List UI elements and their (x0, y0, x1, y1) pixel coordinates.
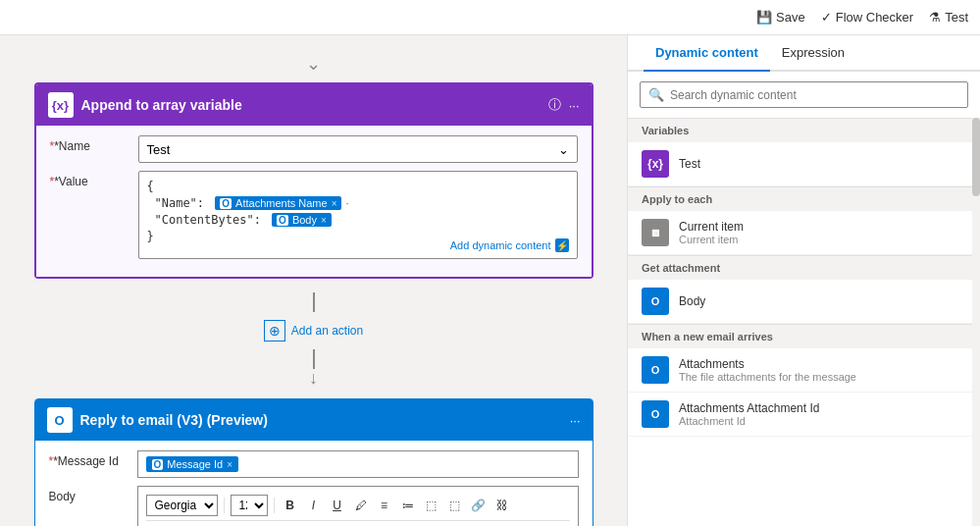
main-area: ⌄ {x} Append to array variable ⓘ ··· **N… (0, 35, 980, 526)
search-input[interactable] (670, 88, 959, 102)
add-action-button[interactable]: ⊕ Add an action (256, 316, 371, 345)
add-dynamic-icon: ⚡ (555, 238, 569, 252)
right-panel: Dynamic content Expression 🔍 Variables {… (627, 35, 980, 526)
connector-1 (313, 292, 315, 312)
append-card-body: **Name Test ⌄ **Value { "Name": (36, 126, 592, 277)
link-button[interactable]: 🔗 (469, 496, 489, 515)
name-label: **Name (50, 135, 129, 153)
message-id-row: **Message Id O Message Id × (49, 450, 579, 478)
search-icon: 🔍 (648, 87, 664, 102)
panel-content: Variables {x} Test Apply to each ▦ Curre… (628, 118, 980, 526)
append-card-info-icon[interactable]: ⓘ (548, 96, 561, 114)
append-card-more-icon[interactable]: ··· (569, 98, 580, 113)
tab-expression[interactable]: Expression (770, 35, 856, 72)
body-editor[interactable]: Georgia 12 B I U 🖊 ≡ ≔ (137, 486, 579, 526)
search-box[interactable]: 🔍 (640, 81, 968, 108)
flow-checker-button[interactable]: ✓ Flow Checker (821, 10, 913, 25)
body-tag-close-icon[interactable]: × (321, 215, 327, 226)
underline-button[interactable]: U (328, 496, 347, 515)
highlight-button[interactable]: 🖊 (351, 496, 371, 515)
test-icon: ⚗ (929, 10, 941, 25)
current-item-title: Current item (679, 220, 744, 234)
current-item-icon: ▦ (642, 219, 669, 246)
section-apply-each: Apply to each (628, 186, 980, 211)
variable-test-icon: {x} (642, 150, 669, 178)
down-arrow-icon: ↓ (309, 369, 318, 387)
scrollbar[interactable] (972, 118, 980, 526)
save-icon: 💾 (756, 10, 772, 25)
top-bar: 💾 Save ✓ Flow Checker ⚗ Test (0, 0, 980, 35)
message-id-label: **Message Id (49, 450, 128, 468)
section-get-attachment: Get attachment (628, 255, 980, 280)
italic-button[interactable]: I (304, 496, 324, 515)
reply-card-actions: ··· (570, 413, 581, 428)
attachments-id-title: Attachments Attachment Id (679, 401, 819, 415)
attachments-icon: O (642, 356, 669, 384)
toolbar-divider-1 (224, 498, 225, 513)
add-action-icon: ⊕ (264, 320, 285, 342)
value-label: **Value (50, 171, 129, 188)
attachments-item[interactable]: O Attachments The file attachments for t… (628, 348, 980, 393)
message-id-tag-close-icon[interactable]: × (227, 459, 232, 470)
message-id-field[interactable]: O Message Id × (137, 450, 579, 478)
editor-toolbar: Georgia 12 B I U 🖊 ≡ ≔ (146, 491, 570, 521)
name-select[interactable]: Test ⌄ (138, 135, 578, 163)
msg-tag-icon: O (152, 459, 164, 470)
bold-button[interactable]: B (281, 496, 300, 515)
attachments-title: Attachments (679, 357, 856, 371)
canvas: ⌄ {x} Append to array variable ⓘ ··· **N… (0, 35, 627, 526)
variable-test-title: Test (679, 157, 700, 171)
reply-email-card: O Reply to email (V3) (Preview) ··· **Me… (34, 398, 593, 526)
attachments-name-close-icon[interactable]: × (332, 198, 337, 209)
unlink-button[interactable]: ⛓ (492, 496, 512, 515)
flow-checker-icon: ✓ (821, 10, 832, 25)
tab-dynamic-content[interactable]: Dynamic content (644, 35, 770, 72)
attachments-id-subtitle: Attachment Id (679, 415, 819, 427)
current-item-item[interactable]: ▦ Current item Current item (628, 211, 980, 255)
variable-test-item[interactable]: {x} Test (628, 142, 980, 186)
append-card-title: Append to array variable (81, 97, 541, 113)
reply-card-icon: O (47, 407, 73, 433)
body-row: Body Georgia 12 B (49, 486, 579, 526)
panel-tabs: Dynamic content Expression (628, 35, 980, 72)
save-button[interactable]: 💾 Save (756, 10, 805, 25)
align-left-button[interactable]: ⬚ (422, 496, 441, 515)
reply-card-header: O Reply to email (V3) (Preview) ··· (35, 399, 593, 441)
test-button[interactable]: ⚗ Test (929, 10, 968, 25)
value-row: **Value { "Name": O Attachments Name × · (50, 171, 578, 259)
append-card-actions: ⓘ ··· (548, 96, 580, 114)
get-attachment-body-title: Body (679, 294, 705, 308)
chevron-down-icon: ⌄ (558, 142, 569, 157)
content-bytes-tag-line: "ContentBytes": O Body × (147, 213, 569, 227)
font-size-select[interactable]: 12 (231, 495, 268, 516)
attachments-id-item[interactable]: O Attachments Attachment Id Attachment I… (628, 393, 980, 437)
connector-2: ↓ (309, 349, 318, 387)
body-tag[interactable]: O Body × (272, 213, 332, 227)
body-label: Body (49, 486, 128, 503)
add-dynamic-content-button[interactable]: Add dynamic content ⚡ (450, 238, 569, 252)
tag-outlook-icon: O (220, 198, 232, 209)
reply-card-body: **Message Id O Message Id × Body (35, 441, 593, 526)
section-variables: Variables (628, 118, 980, 142)
name-row: **Name Test ⌄ (50, 135, 578, 163)
name-tag-line: "Name": O Attachments Name × · (147, 196, 569, 210)
attachments-name-tag[interactable]: O Attachments Name × (215, 196, 341, 210)
font-family-select[interactable]: Georgia (146, 495, 218, 516)
current-item-subtitle: Current item (679, 234, 744, 245)
scrollbar-thumb (972, 118, 980, 196)
append-array-card: {x} Append to array variable ⓘ ··· **Nam… (34, 82, 593, 279)
get-attachment-body-icon: O (642, 288, 669, 315)
connector-line-2 (313, 349, 315, 369)
message-id-tag[interactable]: O Message Id × (146, 456, 239, 472)
unordered-list-button[interactable]: ≡ (375, 496, 394, 515)
attachments-id-icon: O (642, 400, 669, 428)
reply-card-more-icon[interactable]: ··· (570, 413, 581, 428)
connector-line-1 (313, 292, 315, 312)
append-card-header: {x} Append to array variable ⓘ ··· (36, 84, 592, 126)
value-brace-open: { (147, 180, 569, 193)
value-field[interactable]: { "Name": O Attachments Name × · "Conten (138, 171, 578, 259)
ordered-list-button[interactable]: ≔ (398, 496, 418, 515)
toolbar-divider-2 (274, 498, 275, 513)
align-right-button[interactable]: ⬚ (445, 496, 465, 515)
get-attachment-body-item[interactable]: O Body (628, 280, 980, 324)
